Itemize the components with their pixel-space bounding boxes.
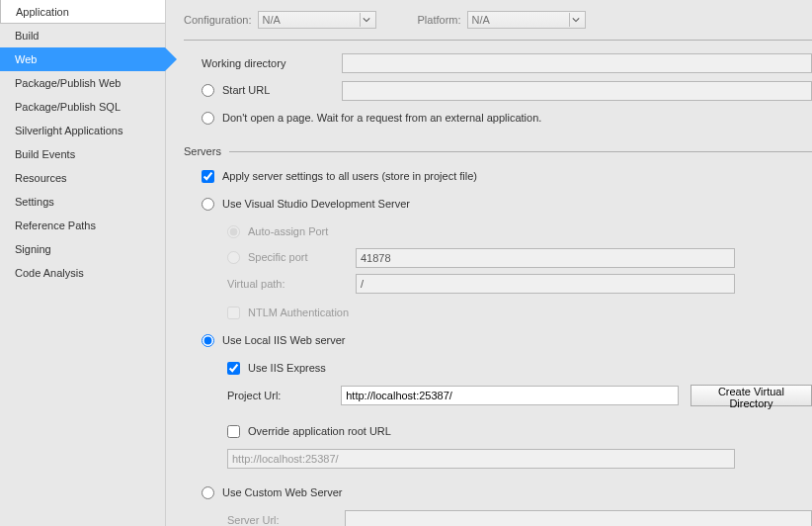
working-directory-label: Working directory (184, 57, 342, 69)
project-tabs-sidebar: Application Build Web Package/Publish We… (0, 0, 166, 526)
divider (184, 40, 812, 41)
ntlm-auth-label: NTLM Authentication (248, 307, 349, 318)
use-vs-dev-server-label: Use Visual Studio Development Server (222, 198, 410, 210)
override-app-root-checkbox[interactable]: Override application root URL (227, 425, 391, 438)
sidebar-item-label: Web (15, 53, 37, 65)
specific-port-radio: Specific port (227, 251, 308, 264)
sidebar-item-label: Build (15, 30, 39, 42)
start-url-input[interactable] (342, 81, 812, 101)
working-directory-input[interactable] (342, 53, 812, 73)
sidebar-item-label: Package/Publish Web (15, 77, 121, 89)
sidebar-item-label: Silverlight Applications (15, 125, 122, 136)
platform-value: N/A (472, 14, 490, 26)
apply-server-settings-checkbox[interactable]: Apply server settings to all users (stor… (202, 170, 477, 183)
use-iis-express-checkbox[interactable]: Use IIS Express (227, 362, 326, 375)
use-vs-dev-server-radio[interactable]: Use Visual Studio Development Server (202, 198, 410, 211)
auto-assign-port-label: Auto-assign Port (248, 225, 328, 237)
sidebar-item-package-publish-sql[interactable]: Package/Publish SQL (0, 95, 165, 119)
project-url-label: Project Url: (227, 390, 341, 401)
sidebar-item-build-events[interactable]: Build Events (0, 142, 165, 166)
web-settings-panel: Configuration: N/A Platform: N/A Working… (166, 0, 812, 526)
start-url-radio[interactable]: Start URL (202, 84, 270, 97)
specific-port-input (356, 248, 735, 268)
virtual-path-input (356, 274, 735, 294)
sidebar-item-signing[interactable]: Signing (0, 237, 165, 261)
create-virtual-directory-button[interactable]: Create Virtual Directory (690, 385, 812, 406)
override-app-root-input (227, 449, 735, 469)
server-url-input (345, 510, 812, 526)
apply-server-settings-label: Apply server settings to all users (stor… (222, 170, 477, 182)
dont-open-page-label: Don't open a page. Wait for a request fr… (222, 112, 541, 124)
sidebar-item-build[interactable]: Build (0, 24, 165, 47)
sidebar-item-code-analysis[interactable]: Code Analysis (0, 261, 165, 285)
sidebar-item-label: Reference Paths (15, 219, 96, 231)
use-local-iis-label: Use Local IIS Web server (222, 334, 346, 346)
servers-section-label: Servers (184, 145, 221, 157)
use-custom-web-server-radio[interactable]: Use Custom Web Server (202, 486, 342, 499)
ntlm-auth-checkbox: NTLM Authentication (227, 307, 349, 319)
sidebar-item-resources[interactable]: Resources (0, 166, 165, 190)
sidebar-item-label: Code Analysis (15, 267, 84, 279)
platform-label: Platform: (418, 14, 461, 26)
divider (229, 151, 812, 152)
dont-open-page-radio[interactable]: Don't open a page. Wait for a request fr… (202, 112, 541, 125)
sidebar-item-silverlight[interactable]: Silverlight Applications (0, 119, 165, 142)
configuration-label: Configuration: (184, 14, 252, 26)
start-url-radio-label: Start URL (222, 84, 270, 96)
use-custom-web-server-label: Use Custom Web Server (222, 486, 342, 498)
chevron-down-icon (360, 13, 373, 27)
sidebar-item-reference-paths[interactable]: Reference Paths (0, 214, 165, 237)
configuration-value: N/A (263, 14, 281, 26)
sidebar-item-package-publish-web[interactable]: Package/Publish Web (0, 71, 165, 95)
configuration-bar: Configuration: N/A Platform: N/A (184, 0, 812, 40)
servers-section-header: Servers (184, 145, 812, 157)
sidebar-item-label: Build Events (15, 148, 75, 160)
configuration-dropdown[interactable]: N/A (258, 11, 376, 29)
sidebar-item-settings[interactable]: Settings (0, 190, 165, 214)
specific-port-label: Specific port (248, 251, 308, 263)
sidebar-item-label: Settings (15, 196, 54, 208)
use-iis-express-label: Use IIS Express (248, 362, 326, 374)
project-url-input[interactable] (341, 386, 679, 405)
use-local-iis-radio[interactable]: Use Local IIS Web server (202, 334, 346, 347)
sidebar-item-label: Application (16, 6, 69, 18)
sidebar-item-label: Resources (15, 172, 67, 184)
chevron-down-icon (569, 13, 583, 27)
platform-dropdown[interactable]: N/A (467, 11, 586, 29)
sidebar-item-label: Signing (15, 243, 51, 255)
override-app-root-label: Override application root URL (248, 425, 391, 437)
auto-assign-port-radio: Auto-assign Port (227, 225, 328, 238)
sidebar-item-label: Package/Publish SQL (15, 101, 121, 113)
sidebar-item-web[interactable]: Web (0, 47, 165, 71)
server-url-label: Server Url: (227, 514, 345, 526)
sidebar-item-application[interactable]: Application (0, 0, 165, 24)
virtual-path-label: Virtual path: (227, 278, 356, 290)
